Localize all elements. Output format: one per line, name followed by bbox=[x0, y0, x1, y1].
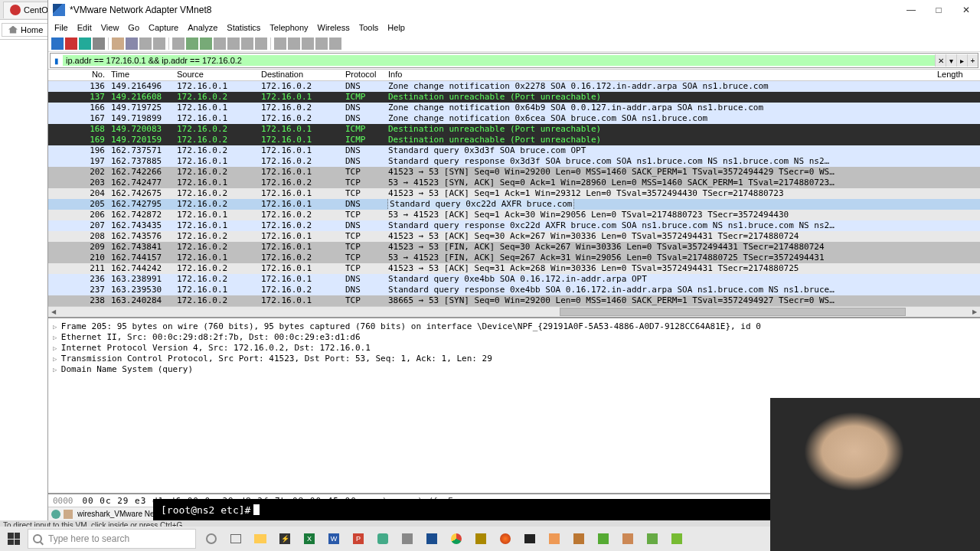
packet-row[interactable]: 205162.742795172.16.0.2172.16.0.1DNSStan… bbox=[48, 199, 980, 210]
last-packet-icon[interactable] bbox=[241, 37, 253, 50]
close-button[interactable]: ✕ bbox=[957, 5, 975, 15]
taskbar-search[interactable]: Type here to search bbox=[28, 529, 196, 549]
firefox-icon[interactable] bbox=[493, 528, 518, 549]
expert-info-icon[interactable] bbox=[51, 510, 60, 519]
word-icon[interactable]: W bbox=[322, 528, 346, 549]
app-icon-7[interactable] bbox=[640, 528, 665, 549]
packet-row[interactable]: 168149.720083172.16.0.2172.16.0.1ICMPDes… bbox=[48, 124, 980, 135]
packet-row[interactable]: 210162.744157172.16.0.1172.16.0.2TCP53 →… bbox=[48, 253, 980, 263]
wireshark-taskbar-icon[interactable] bbox=[420, 528, 444, 549]
zoom-out-icon[interactable] bbox=[302, 37, 314, 50]
packet-row[interactable]: 211162.744242172.16.0.2172.16.0.1TCP4152… bbox=[48, 263, 980, 274]
app-icon-2[interactable] bbox=[395, 528, 420, 549]
apply-filter-icon[interactable]: ▾ bbox=[946, 54, 956, 67]
column-header-source[interactable]: Source bbox=[174, 70, 258, 80]
packet-row[interactable]: 196162.737571172.16.0.2172.16.0.1DNSStan… bbox=[48, 145, 980, 156]
colorize-icon[interactable] bbox=[274, 37, 286, 50]
packet-row[interactable]: 137149.216608172.16.0.2172.16.0.1ICMPDes… bbox=[48, 92, 980, 103]
resize-columns-icon[interactable] bbox=[329, 37, 341, 50]
packet-row[interactable]: 206162.742872172.16.0.1172.16.0.2TCP53 →… bbox=[48, 210, 980, 220]
restart-capture-icon[interactable] bbox=[79, 37, 91, 50]
menu-wireless[interactable]: Wireless bbox=[318, 23, 350, 32]
app-icon-5[interactable] bbox=[591, 528, 616, 549]
packet-row[interactable]: 204162.742675172.16.0.2172.16.0.1TCP4152… bbox=[48, 188, 980, 199]
app-icon-3[interactable] bbox=[469, 528, 493, 549]
minimize-button[interactable]: — bbox=[902, 5, 920, 15]
detail-ip[interactable]: Internet Protocol Version 4, Src: 172.16… bbox=[53, 343, 975, 354]
column-header-length[interactable]: Length bbox=[934, 70, 980, 80]
save-file-icon[interactable] bbox=[126, 37, 138, 50]
close-file-icon[interactable] bbox=[139, 37, 152, 50]
open-file-icon[interactable] bbox=[112, 37, 124, 50]
powerpoint-icon[interactable]: P bbox=[346, 528, 371, 549]
task-view-icon[interactable] bbox=[224, 528, 248, 549]
camtasia-icon[interactable] bbox=[665, 528, 689, 549]
capture-options-icon[interactable] bbox=[93, 37, 105, 50]
reload-icon[interactable] bbox=[153, 37, 165, 50]
column-header-no[interactable]: No. bbox=[48, 70, 108, 80]
menu-view[interactable]: View bbox=[101, 23, 119, 32]
detail-tcp[interactable]: Transmission Control Protocol, Src Port:… bbox=[53, 354, 975, 364]
bookmark-filter-icon[interactable]: ▮ bbox=[51, 57, 63, 65]
packet-row[interactable]: 202162.742266172.16.0.2172.16.0.1TCP4152… bbox=[48, 167, 980, 178]
packet-row[interactable]: 209162.743841172.16.0.2172.16.0.1TCP4152… bbox=[48, 242, 980, 253]
column-header-info[interactable]: Info bbox=[385, 70, 934, 80]
packet-row[interactable]: 166149.719725172.16.0.1172.16.0.2DNSZone… bbox=[48, 103, 980, 113]
first-packet-icon[interactable] bbox=[227, 37, 240, 50]
clear-filter-icon[interactable]: ✕ bbox=[935, 54, 946, 67]
packet-row[interactable]: 169149.720159172.16.0.2172.16.0.1ICMPDes… bbox=[48, 135, 980, 145]
chrome-icon[interactable] bbox=[444, 528, 469, 549]
menu-statistics[interactable]: Statistics bbox=[227, 23, 260, 32]
find-packet-icon[interactable] bbox=[172, 37, 185, 50]
packet-row[interactable]: 207162.743435172.16.0.1172.16.0.2DNSStan… bbox=[48, 220, 980, 231]
menu-edit[interactable]: Edit bbox=[77, 23, 92, 32]
stop-capture-icon[interactable] bbox=[65, 37, 77, 50]
packet-row[interactable]: 203162.742477172.16.0.1172.16.0.2TCP53 →… bbox=[48, 178, 980, 188]
app-icon-6[interactable] bbox=[616, 528, 640, 549]
scrollbar-thumb[interactable] bbox=[560, 308, 906, 316]
go-forward-icon[interactable] bbox=[200, 37, 212, 50]
packet-list-header[interactable]: No. Time Source Destination Protocol Inf… bbox=[48, 69, 980, 81]
app-icon[interactable]: ⚡ bbox=[273, 528, 297, 549]
horizontal-scrollbar[interactable]: ◀ ▶ bbox=[48, 306, 980, 317]
terminal-icon[interactable] bbox=[518, 528, 542, 549]
packet-row[interactable]: 136149.216496172.16.0.1172.16.0.2DNSZone… bbox=[48, 81, 980, 92]
terminal-prompt[interactable]: [root@ns2 etc]# bbox=[153, 499, 770, 520]
start-button[interactable] bbox=[0, 527, 28, 551]
menu-tools[interactable]: Tools bbox=[359, 23, 379, 32]
column-header-time[interactable]: Time bbox=[108, 70, 174, 80]
packet-row[interactable]: 236163.238991172.16.0.2172.16.0.1DNSStan… bbox=[48, 274, 980, 285]
file-explorer-icon[interactable] bbox=[248, 528, 273, 549]
display-filter-input[interactable] bbox=[63, 55, 935, 66]
zoom-reset-icon[interactable] bbox=[315, 37, 328, 50]
detail-ethernet[interactable]: Ethernet II, Src: 00:0c:29:d8:2f:7b, Dst… bbox=[53, 332, 975, 343]
packet-row[interactable]: 197162.737885172.16.0.1172.16.0.2DNSStan… bbox=[48, 156, 980, 167]
home-button[interactable]: Home bbox=[2, 23, 50, 37]
vmware-icon[interactable] bbox=[542, 528, 567, 549]
scroll-left-icon[interactable]: ◀ bbox=[48, 307, 59, 317]
menu-go[interactable]: Go bbox=[128, 23, 139, 32]
add-filter-button-icon[interactable]: + bbox=[967, 54, 978, 67]
menu-help[interactable]: Help bbox=[387, 23, 405, 32]
scroll-right-icon[interactable]: ▶ bbox=[969, 307, 980, 317]
start-capture-icon[interactable] bbox=[51, 37, 64, 50]
menu-analyze[interactable]: Analyze bbox=[188, 23, 217, 32]
excel-icon[interactable]: X bbox=[297, 528, 322, 549]
app-icon-4[interactable] bbox=[567, 528, 591, 549]
packet-row[interactable]: 167149.719899172.16.0.1172.16.0.2DNSZone… bbox=[48, 113, 980, 124]
detail-dns[interactable]: Domain Name System (query) bbox=[53, 364, 975, 375]
maximize-button[interactable]: □ bbox=[929, 5, 948, 15]
autoscroll-icon[interactable] bbox=[255, 37, 267, 50]
column-header-destination[interactable]: Destination bbox=[258, 70, 342, 80]
detail-frame[interactable]: Frame 205: 95 bytes on wire (760 bits), … bbox=[53, 321, 975, 332]
filter-history-icon[interactable]: ▸ bbox=[956, 54, 967, 67]
goto-packet-icon[interactable] bbox=[214, 37, 226, 50]
menu-telephony[interactable]: Telephony bbox=[270, 23, 308, 32]
column-header-protocol[interactable]: Protocol bbox=[342, 70, 385, 80]
packet-row[interactable]: 238163.240284172.16.0.2172.16.0.1TCP3866… bbox=[48, 295, 980, 306]
go-back-icon[interactable] bbox=[186, 37, 198, 50]
packet-row[interactable]: 237163.239530172.16.0.1172.16.0.2DNSStan… bbox=[48, 285, 980, 295]
packet-row[interactable]: 208162.743576172.16.0.2172.16.0.1TCP4152… bbox=[48, 231, 980, 242]
zoom-in-icon[interactable] bbox=[288, 37, 300, 50]
menu-file[interactable]: File bbox=[54, 23, 68, 32]
